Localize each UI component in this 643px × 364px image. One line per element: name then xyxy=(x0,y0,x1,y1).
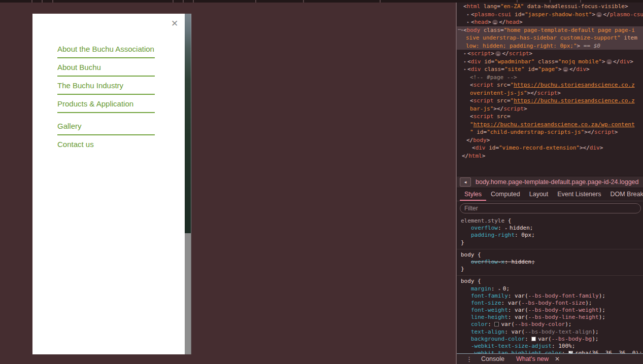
css-declaration[interactable]: background-color: var(--bs-body-bg); xyxy=(461,336,643,343)
dom-tree-node[interactable]: ▸<script>…</script> xyxy=(457,50,643,58)
tab-dom-breakpoints[interactable]: DOM Breakpoints xyxy=(605,188,643,201)
css-value: 100% xyxy=(558,343,572,349)
resource-link[interactable]: https://buchu.storiesandscience.co.z xyxy=(514,82,634,88)
inline-expand-icon[interactable]: … xyxy=(563,67,568,72)
dom-tree-node[interactable]: </html> xyxy=(457,152,643,160)
menu-link-about-the-buchu-association[interactable]: About the Buchu Association xyxy=(57,45,155,58)
menu-link-the-buchu-industry[interactable]: The Buchu Industry xyxy=(57,81,155,95)
dom-tree-node[interactable]: </body> xyxy=(457,136,643,144)
dom-tree-node[interactable]: ▸<plasmo-csui id="jasper-shadow-host">…<… xyxy=(457,11,643,19)
expand-toggle-icon[interactable]: ▸ xyxy=(464,51,466,56)
dom-tree-node[interactable]: " id="child-understrap-scripts-js"></scr… xyxy=(457,128,643,136)
dom-tree-node[interactable]: <html lang="en-ZA" data-headlessui-focus… xyxy=(457,3,643,11)
css-property-name: margin xyxy=(471,285,491,292)
tag-name: script xyxy=(503,105,524,112)
page-dimmed-overlay[interactable]: ✕ About the Buchu AssociationAbout Buchu… xyxy=(0,0,456,364)
menu-link-products-application[interactable]: Products & Application xyxy=(57,99,155,113)
dom-tree-node[interactable]: sive understrap-has-sidebar customize-su… xyxy=(457,34,643,42)
breadcrumb[interactable]: body.home.page-template-default.page.pag… xyxy=(476,178,639,186)
modal-close-icon[interactable]: ✕ xyxy=(169,18,180,29)
expand-toggle-icon[interactable]: ▸ xyxy=(464,67,466,71)
tab-event-listeners[interactable]: Event Listeners xyxy=(553,188,605,201)
expand-toggle-icon[interactable]: ▸ xyxy=(467,20,469,24)
drawer-tab-whats-new[interactable]: What's new xyxy=(516,355,549,362)
attr-value: overintent-js-js" xyxy=(470,90,527,96)
code-punct: ></ xyxy=(584,129,594,135)
code-punct: < xyxy=(471,19,475,25)
code-punct: > xyxy=(557,90,561,96)
dom-tree-node[interactable]: <div id="vimeo-record-extension"></div> xyxy=(457,144,643,152)
code-punct: = xyxy=(495,144,499,151)
inline-expand-icon[interactable]: … xyxy=(495,51,501,56)
resource-link[interactable]: https://buchu.storiesandscience.co.za/wp… xyxy=(473,121,635,128)
tab-computed[interactable]: Computed xyxy=(486,188,525,201)
node-overflow-icon[interactable]: … xyxy=(458,26,461,30)
expand-toggle-icon[interactable]: ▸ xyxy=(467,12,469,17)
css-declaration[interactable]: overflow: ▸hidden; xyxy=(461,225,643,232)
css-declaration[interactable]: margin: ▸0; xyxy=(461,285,643,293)
dom-tree-node[interactable]: ▸<head>…</head> xyxy=(457,18,643,26)
tab-separator xyxy=(173,0,174,3)
code-punct: > xyxy=(529,50,532,57)
css-value: var( xyxy=(515,314,528,320)
dom-tree-node[interactable]: <script src="https://buchu.storiesandsci… xyxy=(457,81,643,89)
menu-link-gallery[interactable]: Gallery xyxy=(57,122,155,135)
expand-toggle-icon[interactable]: ▸ xyxy=(464,59,466,64)
attr-value: "jasper-shadow-host" xyxy=(525,11,592,18)
code-punct: < xyxy=(463,27,467,33)
css-declaration[interactable]: color: var(--bs-body-color); xyxy=(461,321,643,328)
style-rule[interactable]: body {overflow-x: hidden;} xyxy=(457,249,643,276)
color-swatch[interactable] xyxy=(531,337,536,341)
css-declaration[interactable]: overflow-x: hidden; xyxy=(461,259,643,266)
css-declaration[interactable]: line-height: var(--bs-body-line-height); xyxy=(461,314,643,321)
menu-link-contact-us[interactable]: Contact us xyxy=(57,140,155,153)
dom-tree-node[interactable]: low: hidden; padding-right: 0px;"> == $0 xyxy=(457,42,643,50)
styles-filter-row xyxy=(457,201,643,215)
expand-value-icon[interactable]: ▸ xyxy=(505,226,507,231)
code-punct: = xyxy=(507,97,511,104)
dom-tree-node[interactable]: overintent-js-js"></script> xyxy=(457,89,643,97)
drawer-overflow-menu-icon[interactable]: ⋮ xyxy=(466,355,472,363)
css-value: var( xyxy=(538,336,552,342)
expand-toggle-icon[interactable]: ▾ xyxy=(461,28,463,32)
style-rule[interactable]: body {margin: ▸0;font-family: var(--bs-b… xyxy=(457,276,643,353)
drawer-tab-console[interactable]: Console xyxy=(481,355,504,362)
css-colon: : xyxy=(501,300,508,306)
dom-tree-node[interactable]: <script src= xyxy=(457,113,643,121)
tag-name: plasmo-csui xyxy=(610,11,643,18)
code-punct: < xyxy=(463,3,467,10)
css-declaration[interactable]: padding-right: 0px; xyxy=(461,232,643,239)
css-declaration[interactable]: -webkit-tap-highlight-color: rgba(36, 36… xyxy=(461,350,643,353)
color-swatch[interactable] xyxy=(494,322,499,326)
dom-tree-node[interactable]: ▸<div id="wpadminbar" class="nojq mobile… xyxy=(457,58,643,66)
expand-value-icon[interactable]: ▸ xyxy=(498,287,501,292)
dom-tree-node[interactable]: <!-- #page --> xyxy=(457,74,643,82)
inline-expand-icon[interactable]: … xyxy=(596,12,602,17)
style-rule[interactable]: element.style {overflow: ▸hidden;padding… xyxy=(457,215,643,249)
code-punct: ></ xyxy=(527,90,537,96)
dom-tree-node[interactable]: ▸<div class="site" id="page">…</div> xyxy=(457,65,643,74)
inline-expand-icon[interactable]: … xyxy=(492,20,498,25)
elements-tree: <html lang="en-ZA" data-headlessui-focus… xyxy=(457,3,643,176)
css-declaration[interactable]: -webkit-text-size-adjust: 100%; xyxy=(461,343,643,350)
dom-tree-node[interactable]: …▾<body class="home page-template-defaul… xyxy=(457,26,643,34)
dom-tree-node[interactable]: "https://buchu.storiesandscience.co.za/w… xyxy=(457,121,643,129)
styles-filter-input[interactable] xyxy=(460,203,641,213)
resource-link[interactable]: https://buchu.storiesandscience.co.z xyxy=(514,97,634,104)
dom-tree-node[interactable]: <script src="https://buchu.storiesandsci… xyxy=(457,97,643,105)
css-declaration[interactable]: font-size: var(--bs-body-font-size); xyxy=(461,300,643,307)
inline-expand-icon[interactable]: … xyxy=(606,59,612,64)
css-declaration[interactable]: text-align: var(--bs-body-text-align); xyxy=(461,329,643,336)
tab-layout[interactable]: Layout xyxy=(525,188,553,201)
css-colon: : xyxy=(525,336,531,342)
tab-styles[interactable]: Styles xyxy=(460,188,486,201)
css-declaration[interactable]: font-weight: var(--bs-body-font-weight); xyxy=(461,307,643,314)
code-punct: </ xyxy=(499,19,505,25)
drawer-close-icon[interactable]: ✕ xyxy=(555,355,560,362)
css-declaration[interactable]: font-family: var(--bs-body-font-family); xyxy=(461,293,643,300)
css-property-name: -webkit-tap-highlight-color xyxy=(471,350,562,353)
menu-link-about-buchu[interactable]: About Buchu xyxy=(57,63,155,77)
code-punct: ></ xyxy=(580,144,590,151)
dom-tree-node[interactable]: bar-js"></script> xyxy=(457,105,643,113)
breadcrumb-back-icon[interactable]: ◂ xyxy=(460,177,471,187)
